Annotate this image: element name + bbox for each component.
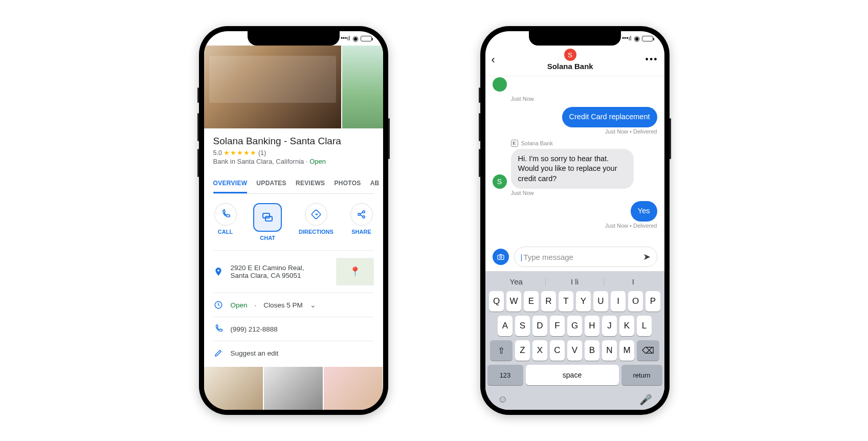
message-input[interactable]: | Type message ➤: [514, 247, 657, 267]
chat-thread[interactable]: Just Now Credit Card replacement Just No…: [485, 76, 664, 242]
key-x[interactable]: X: [532, 340, 547, 361]
key-k[interactable]: K: [619, 316, 634, 336]
agent-label: ◧ Solana Bank: [493, 140, 657, 147]
wifi-icon: ◉: [352, 34, 359, 42]
key-d[interactable]: D: [532, 316, 547, 336]
keyboard-row: QWERTYUIOP: [487, 291, 662, 312]
share-icon: [357, 209, 367, 219]
key-q[interactable]: Q: [489, 291, 504, 312]
key-m[interactable]: M: [619, 340, 634, 361]
hero-photos[interactable]: [204, 46, 383, 128]
chat-button[interactable]: CHAT: [253, 203, 282, 241]
hours-row[interactable]: Open · Closes 5 PM ⌄: [213, 293, 374, 317]
emoji-key[interactable]: ☺: [498, 393, 508, 406]
phone-icon: [220, 209, 231, 219]
tab-overview[interactable]: OVERVIEW: [213, 174, 248, 193]
chevron-down-icon: ⌄: [310, 301, 316, 309]
map-thumbnail[interactable]: [336, 258, 374, 285]
tab-about[interactable]: AB: [370, 174, 380, 193]
photo-thumb[interactable]: [204, 367, 263, 410]
svg-rect-1: [265, 216, 272, 221]
key-l[interactable]: L: [637, 316, 652, 336]
key-f[interactable]: F: [550, 316, 565, 336]
rating-row[interactable]: 5.0 ★★★★★ (1): [213, 149, 374, 157]
text-cursor: |: [521, 253, 523, 261]
svg-point-8: [500, 256, 502, 258]
send-button[interactable]: ➤: [643, 251, 651, 262]
hero-main-photo[interactable]: [204, 46, 341, 128]
key-u[interactable]: U: [593, 291, 608, 312]
backspace-key[interactable]: ⌫: [637, 340, 659, 361]
numeric-key[interactable]: 123: [487, 365, 523, 385]
battery-icon: [642, 36, 653, 41]
pin-icon: [213, 267, 224, 276]
share-button[interactable]: SHARE: [350, 203, 373, 241]
directions-icon: [311, 209, 321, 219]
suggestion[interactable]: Yea: [487, 277, 546, 286]
key-b[interactable]: B: [585, 340, 599, 361]
key-t[interactable]: T: [559, 291, 573, 312]
key-z[interactable]: Z: [515, 340, 530, 361]
chat-title: Solana Bank: [547, 62, 593, 71]
key-v[interactable]: V: [567, 340, 582, 361]
key-e[interactable]: E: [524, 291, 539, 312]
space-key[interactable]: space: [526, 365, 619, 385]
keyboard-row: ⇧ ZXCVBNM ⌫: [487, 340, 662, 361]
key-c[interactable]: C: [550, 340, 565, 361]
keyboard-suggestions: Yea I li I: [487, 274, 662, 291]
key-o[interactable]: O: [628, 291, 643, 312]
photo-strip[interactable]: [204, 367, 383, 410]
chat-header: ‹ S Solana Bank •••: [485, 46, 664, 76]
wifi-icon: ◉: [634, 34, 640, 42]
key-j[interactable]: J: [602, 316, 617, 336]
photo-thumb[interactable]: [264, 367, 323, 410]
user-message: Credit Card replacement: [562, 107, 657, 127]
key-y[interactable]: Y: [576, 291, 591, 312]
directions-button[interactable]: DIRECTIONS: [299, 203, 333, 241]
key-i[interactable]: I: [611, 291, 626, 312]
more-button[interactable]: •••: [646, 54, 658, 65]
key-w[interactable]: W: [506, 291, 521, 312]
timestamp: Just Now • Delivered: [493, 223, 657, 229]
timestamp: Just Now: [493, 96, 657, 102]
return-key[interactable]: return: [621, 365, 662, 385]
chat-icon: [261, 211, 274, 224]
battery-icon: [361, 36, 372, 41]
agent-avatar: [493, 77, 507, 92]
agent-avatar: S: [493, 174, 507, 189]
address-row[interactable]: 2920 E El Camino Real, Santa Clara, CA 9…: [213, 250, 374, 293]
pencil-icon: [213, 348, 224, 358]
signal-icon: •••ıl: [341, 35, 350, 42]
key-h[interactable]: H: [585, 316, 599, 336]
key-r[interactable]: R: [541, 291, 556, 312]
suggestion[interactable]: I li: [546, 277, 604, 286]
suggest-edit-row[interactable]: Suggest an edit: [213, 341, 374, 365]
category-row: Bank in Santa Clara, California · Open: [213, 158, 374, 165]
shift-key[interactable]: ⇧: [490, 340, 513, 361]
key-n[interactable]: N: [602, 340, 617, 361]
tab-photos[interactable]: PHOTOS: [334, 174, 361, 193]
phone-mockup-right: •••ıl ◉ ‹ S Solana Bank ••• Just Now Cre…: [480, 26, 670, 415]
listing-tabs: OVERVIEW UPDATES REVIEWS PHOTOS AB: [213, 174, 374, 194]
photo-thumb[interactable]: [324, 367, 383, 410]
user-message: Yes: [631, 201, 657, 222]
dictation-key[interactable]: 🎤: [639, 393, 652, 406]
tab-reviews[interactable]: REVIEWS: [296, 174, 325, 193]
call-button[interactable]: CALL: [214, 203, 237, 241]
keyboard: Yea I li I QWERTYUIOP ASDFGHJKL ⇧ ZXCVBN…: [485, 271, 664, 410]
key-a[interactable]: A: [498, 316, 513, 336]
hero-side-photo[interactable]: [342, 46, 383, 128]
tab-updates[interactable]: UPDATES: [256, 174, 286, 193]
agent-message: Hi. I'm so sorry to hear that. Would you…: [511, 149, 634, 189]
key-p[interactable]: P: [646, 291, 660, 312]
header-avatar[interactable]: S: [564, 49, 576, 61]
back-button[interactable]: ‹: [492, 53, 495, 67]
suggestion[interactable]: I: [604, 277, 662, 286]
signal-icon: •••ıl: [622, 35, 632, 42]
phone-row[interactable]: (999) 212-8888: [213, 317, 374, 341]
phone-mockup-left: •••ıl ◉ Solana Banking - Santa Clara 5.0…: [199, 26, 388, 415]
bot-icon: ◧: [511, 140, 518, 147]
key-s[interactable]: S: [515, 316, 530, 336]
camera-button[interactable]: [493, 249, 509, 265]
key-g[interactable]: G: [567, 316, 582, 336]
